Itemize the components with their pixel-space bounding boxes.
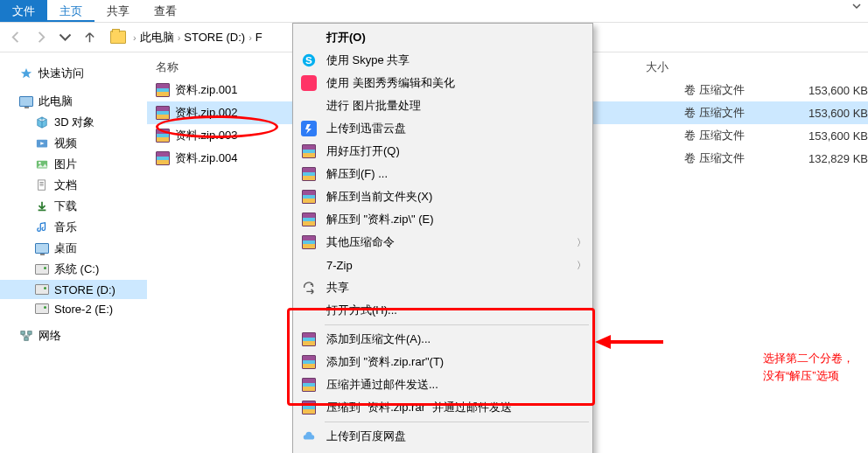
context-menu: 打开(O) S使用 Skype 共享 使用 美图秀秀编辑和美化 进行 图片批量处… bbox=[292, 23, 593, 453]
ctx-add-rar[interactable]: 添加到 "资料.zip.rar"(T) bbox=[295, 351, 591, 373]
tree-3d-objects[interactable]: 3D 对象 bbox=[0, 112, 147, 133]
svg-rect-10 bbox=[301, 75, 317, 91]
chevron-right-icon: › bbox=[178, 32, 181, 43]
desktop-icon bbox=[35, 241, 49, 255]
ctx-extract-named[interactable]: 解压到 "资料.zip\" (E) bbox=[295, 208, 591, 231]
ctx-other-zip[interactable]: 其他压缩命令〉 bbox=[295, 231, 591, 254]
downloads-icon bbox=[35, 199, 49, 213]
tab-file[interactable]: 文件 bbox=[0, 0, 47, 22]
ctx-compress-email[interactable]: 压缩并通过邮件发送... bbox=[295, 373, 591, 396]
tree-drive-c[interactable]: 系统 (C:) bbox=[0, 259, 147, 280]
star-icon bbox=[19, 66, 33, 80]
archive-icon bbox=[156, 129, 170, 143]
cube-icon bbox=[35, 115, 49, 129]
ctx-skype[interactable]: S使用 Skype 共享 bbox=[295, 49, 591, 72]
nav-tree: 快速访问 此电脑 3D 对象 视频 图片 文档 下载 音乐 bbox=[0, 52, 147, 453]
file-type: 卷 压缩文件 bbox=[684, 128, 789, 143]
tab-view[interactable]: 查看 bbox=[142, 0, 189, 22]
crumb-pc[interactable]: 此电脑 bbox=[140, 30, 174, 45]
tree-label: 3D 对象 bbox=[54, 115, 94, 130]
ctx-add-archive[interactable]: 添加到压缩文件(A)... bbox=[295, 328, 591, 351]
share-icon bbox=[300, 279, 318, 296]
tree-label: 音乐 bbox=[54, 220, 77, 235]
tab-share[interactable]: 共享 bbox=[94, 0, 142, 22]
svg-rect-5 bbox=[21, 331, 24, 335]
folder-icon bbox=[110, 31, 126, 44]
archive-icon bbox=[300, 376, 318, 394]
ctx-batch[interactable]: 进行 图片批量处理 bbox=[295, 94, 591, 117]
ctx-extract-here[interactable]: 解压到当前文件夹(X) bbox=[295, 185, 591, 208]
documents-icon bbox=[35, 178, 49, 192]
archive-icon bbox=[300, 188, 318, 206]
svg-rect-7 bbox=[24, 338, 28, 341]
ctx-share[interactable]: 共享 bbox=[295, 276, 591, 299]
tree-downloads[interactable]: 下载 bbox=[0, 196, 147, 217]
tree-documents[interactable]: 文档 bbox=[0, 175, 147, 196]
drive-icon bbox=[35, 302, 49, 316]
file-name: 资料.zip.002 bbox=[175, 105, 238, 121]
file-type: 卷 压缩文件 bbox=[684, 82, 789, 98]
network-icon bbox=[19, 329, 33, 343]
file-name: 资料.zip.001 bbox=[175, 82, 238, 98]
tree-label: 系统 (C:) bbox=[54, 261, 99, 277]
tree-network[interactable]: 网络 bbox=[0, 325, 147, 346]
tree-music[interactable]: 音乐 bbox=[0, 217, 147, 238]
ribbon-tabs: 文件 主页 共享 查看 bbox=[0, 0, 868, 23]
drive-icon bbox=[35, 282, 49, 296]
cloud-icon bbox=[300, 428, 318, 445]
crumb-drive[interactable]: STORE (D:) bbox=[184, 31, 245, 44]
ctx-baidu[interactable]: 上传到百度网盘 bbox=[295, 425, 591, 448]
nav-recent-icon[interactable] bbox=[54, 27, 75, 48]
address-bar[interactable]: › 此电脑 › STORE (D:) › F bbox=[110, 30, 262, 45]
tree-desktop[interactable]: 桌面 bbox=[0, 238, 147, 259]
ctx-meitu[interactable]: 使用 美图秀秀编辑和美化 bbox=[295, 72, 591, 94]
tree-drive-e[interactable]: Store-2 (E:) bbox=[0, 299, 147, 318]
annotation-text: 选择第二个分卷， 没有“解压”选项 bbox=[763, 350, 854, 384]
tree-label: 桌面 bbox=[54, 240, 77, 256]
ctx-compress-rar-email[interactable]: 压缩到 "资料.zip.rar" 并通过邮件发送 bbox=[295, 396, 591, 419]
archive-icon bbox=[156, 83, 170, 97]
tree-label: STORE (D:) bbox=[54, 283, 116, 296]
file-type: 卷 压缩文件 bbox=[684, 105, 789, 121]
ctx-haozip-open[interactable]: 用好压打开(Q) bbox=[295, 140, 591, 163]
nav-back-icon[interactable] bbox=[5, 27, 26, 48]
svg-rect-4 bbox=[38, 210, 46, 212]
tree-drive-d[interactable]: STORE (D:) bbox=[0, 280, 147, 299]
ctx-7zip[interactable]: 7-Zip〉 bbox=[295, 254, 591, 276]
ctx-extract-to[interactable]: 解压到(F) ... bbox=[295, 163, 591, 185]
ctx-open-with[interactable]: 打开方式(H)... bbox=[295, 299, 591, 322]
file-size: 132,829 KB bbox=[789, 152, 868, 165]
tree-pictures[interactable]: 图片 bbox=[0, 154, 147, 175]
svg-point-2 bbox=[38, 162, 41, 164]
archive-icon bbox=[300, 165, 318, 183]
tree-quick-access[interactable]: 快速访问 bbox=[0, 63, 147, 84]
col-size[interactable]: 大小 bbox=[646, 59, 668, 75]
tree-this-pc[interactable]: 此电脑 bbox=[0, 91, 147, 112]
tree-label: 此电脑 bbox=[38, 94, 73, 109]
file-name: 资料.zip.004 bbox=[175, 150, 238, 166]
file-size: 153,600 KB bbox=[789, 129, 868, 143]
chevron-right-icon: › bbox=[133, 32, 136, 43]
tree-label: 网络 bbox=[38, 328, 61, 344]
ribbon-expand-icon[interactable] bbox=[845, 0, 868, 22]
tree-label: Store-2 (E:) bbox=[54, 303, 113, 316]
ctx-open[interactable]: 打开(O) bbox=[295, 26, 591, 49]
separator bbox=[325, 422, 589, 422]
tab-home[interactable]: 主页 bbox=[47, 0, 94, 22]
pictures-icon bbox=[35, 157, 49, 171]
chevron-right-icon: › bbox=[248, 32, 252, 43]
drive-icon bbox=[35, 262, 49, 276]
tree-label: 快速访问 bbox=[38, 66, 84, 81]
svg-rect-6 bbox=[28, 331, 32, 335]
nav-up-icon[interactable] bbox=[79, 27, 100, 48]
pc-icon bbox=[19, 94, 33, 108]
ctx-sync[interactable]: 同步至其它设备 bbox=[295, 448, 591, 453]
video-icon bbox=[35, 136, 49, 150]
archive-icon bbox=[156, 151, 170, 165]
nav-forward-icon[interactable] bbox=[30, 27, 51, 48]
tree-videos[interactable]: 视频 bbox=[0, 133, 147, 154]
ctx-xunlei[interactable]: 上传到迅雷云盘 bbox=[295, 117, 591, 140]
file-type: 卷 压缩文件 bbox=[684, 150, 789, 166]
crumb-folder[interactable]: F bbox=[256, 31, 262, 44]
archive-icon bbox=[300, 399, 318, 416]
